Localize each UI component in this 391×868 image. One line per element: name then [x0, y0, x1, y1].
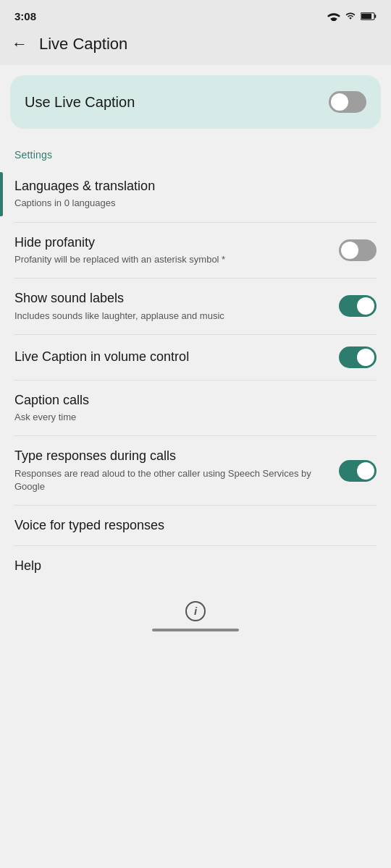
info-icon[interactable]: i: [185, 601, 206, 621]
volume-control-toggle[interactable]: [339, 346, 377, 368]
show-sound-labels-toggle[interactable]: [339, 295, 377, 317]
setting-title-caption-calls: Caption calls: [14, 392, 365, 409]
setting-text-volume-control: Live Caption in volume control: [14, 349, 339, 365]
setting-item-caption-calls[interactable]: Caption calls Ask every time: [0, 380, 391, 436]
setting-item-help[interactable]: Help: [0, 546, 391, 586]
setting-text-voice-responses: Voice for typed responses: [14, 517, 377, 534]
setting-subtitle-caption-calls: Ask every time: [14, 411, 365, 424]
setting-text-help: Help: [14, 558, 377, 574]
signal-icon: [345, 11, 356, 21]
bottom-bar: i: [0, 587, 391, 640]
status-time: 3:08: [14, 10, 36, 22]
type-responses-toggle[interactable]: [339, 460, 377, 482]
setting-text-sound-labels: Show sound labels Includes sounds like l…: [14, 290, 339, 323]
status-icons: [327, 11, 377, 21]
setting-item-volume-control[interactable]: Live Caption in volume control: [0, 335, 391, 380]
top-bar: ← Live Caption: [0, 29, 391, 65]
setting-text-type-responses: Type responses during calls Responses ar…: [14, 448, 339, 493]
use-live-caption-label: Use Live Caption: [25, 94, 135, 111]
setting-text-profanity: Hide profanity Profanity will be replace…: [14, 234, 339, 267]
setting-subtitle-type-responses: Responses are read aloud to the other ca…: [14, 467, 327, 493]
use-live-caption-toggle[interactable]: [329, 91, 366, 113]
toggle-thumb: [357, 462, 374, 480]
setting-title-profanity: Hide profanity: [14, 234, 327, 251]
setting-title-voice-responses: Voice for typed responses: [14, 517, 365, 534]
setting-title-sound-labels: Show sound labels: [14, 290, 327, 307]
setting-title-help: Help: [14, 558, 365, 574]
toggle-thumb: [341, 242, 358, 259]
setting-item-voice-typed-responses[interactable]: Voice for typed responses: [0, 506, 391, 545]
setting-item-hide-profanity[interactable]: Hide profanity Profanity will be replace…: [0, 223, 391, 278]
battery-icon: [361, 12, 377, 21]
wifi-icon: [327, 11, 340, 21]
toggle-thumb: [331, 93, 348, 111]
svg-rect-1: [374, 14, 376, 17]
settings-section-header: Settings: [0, 143, 391, 166]
setting-title-volume-control: Live Caption in volume control: [14, 349, 327, 365]
svg-rect-2: [361, 13, 371, 18]
toggle-thumb: [357, 349, 374, 366]
main-content: Use Live Caption Settings Languages & tr…: [0, 75, 391, 640]
setting-subtitle-languages: Captions in 0 languages: [14, 197, 365, 210]
setting-title-type-responses: Type responses during calls: [14, 448, 327, 464]
home-bar: [152, 629, 239, 631]
setting-item-show-sound-labels[interactable]: Show sound labels Includes sounds like l…: [0, 278, 391, 334]
setting-subtitle-profanity: Profanity will be replaced with an aster…: [14, 253, 327, 266]
setting-text-languages: Languages & translation Captions in 0 la…: [14, 178, 377, 210]
setting-item-languages-translation[interactable]: Languages & translation Captions in 0 la…: [0, 166, 391, 222]
setting-item-type-responses[interactable]: Type responses during calls Responses ar…: [0, 436, 391, 505]
status-bar: 3:08: [0, 0, 391, 29]
use-live-caption-card[interactable]: Use Live Caption: [10, 75, 381, 129]
info-icon-label: i: [194, 605, 197, 617]
setting-title-languages: Languages & translation: [14, 178, 365, 195]
hide-profanity-toggle[interactable]: [339, 239, 377, 261]
back-button[interactable]: ←: [12, 36, 28, 52]
setting-text-caption-calls: Caption calls Ask every time: [14, 392, 377, 425]
page-title: Live Caption: [39, 35, 127, 54]
setting-subtitle-sound-labels: Includes sounds like laughter, applause …: [14, 310, 327, 323]
